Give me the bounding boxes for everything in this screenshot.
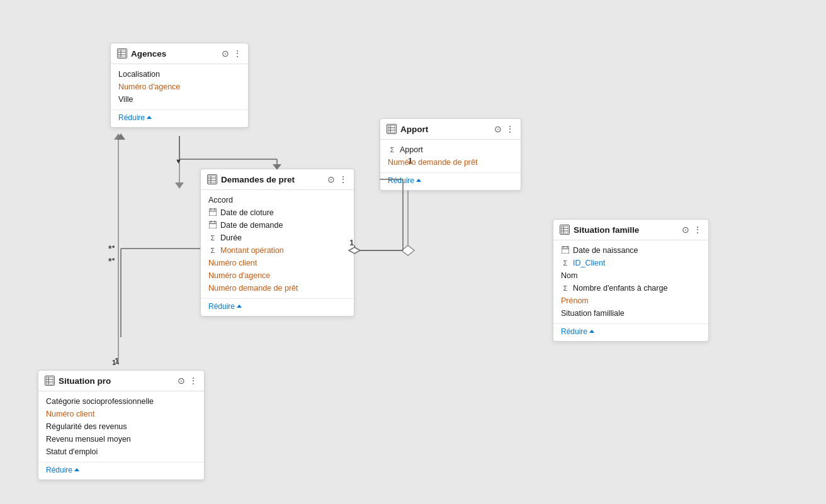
field-situation-familliale: Situation familliale [553, 307, 708, 320]
card-header-agences: Agences ⊙ ⋮ [111, 43, 248, 64]
relation-marker-star2: * [112, 257, 115, 264]
card-footer-demandes: Réduire [201, 298, 354, 316]
field-date-demande: Date de demande [201, 219, 354, 232]
reduce-link-sit-famille[interactable]: Réduire [561, 327, 701, 336]
card-situation-famille: Situation famille ⊙ ⋮ Date de naissance … [553, 219, 709, 342]
svg-rect-13 [208, 176, 216, 183]
relation-marker-one-sitpro: 1 [112, 359, 116, 366]
field-duree: Σ Durée [201, 232, 354, 244]
more-icon-agences[interactable]: ⋮ [233, 49, 242, 58]
chevron-up-sit-famille [589, 330, 594, 333]
svg-marker-8 [402, 245, 414, 255]
card-header-icons-demandes: ⊙ ⋮ [327, 175, 348, 184]
more-icon-sit-famille[interactable]: ⋮ [693, 225, 702, 234]
visibility-icon-apport[interactable]: ⊙ [494, 125, 502, 133]
visibility-icon-sit-pro[interactable]: ⊙ [178, 376, 185, 385]
field-numero-client-sitpro: Numéro client [38, 408, 204, 420]
field-regularite-revenus: Régularité des revenus [38, 420, 204, 433]
visibility-icon-demandes[interactable]: ⊙ [327, 175, 335, 184]
field-ville: Ville [111, 93, 248, 106]
field-numero-demande-pret-demandes: Numéro demande de prêt [201, 282, 354, 294]
svg-rect-9 [118, 50, 126, 57]
card-footer-apport: Réduire [380, 172, 521, 190]
table-icon-demandes [207, 174, 217, 184]
field-revenu-mensuel: Revenu mensuel moyen [38, 433, 204, 445]
field-nom: Nom [553, 269, 708, 282]
svg-marker-4 [114, 133, 123, 140]
relation-marker-star1: * [112, 244, 115, 252]
card-title-apport: Apport [400, 125, 490, 134]
card-agences: Agences ⊙ ⋮ Localisation Numéro d'agence… [110, 43, 249, 128]
card-fields-apport: Σ Apport Numéro demande de prêt [380, 140, 521, 172]
table-icon-sit-famille [560, 225, 570, 235]
sum-icon-duree: Σ [208, 234, 217, 242]
card-title-demandes: Demandes de pret [221, 175, 324, 184]
field-apport-value: Σ Apport [380, 143, 521, 156]
card-header-icons-apport: ⊙ ⋮ [494, 125, 514, 133]
card-footer-sit-pro: Réduire [38, 462, 204, 479]
reduce-link-demandes[interactable]: Réduire [208, 302, 346, 311]
table-icon-apport [387, 124, 397, 134]
chevron-up-agences [147, 116, 152, 119]
card-title-sit-famille: Situation famille [574, 225, 678, 235]
chevron-up-demandes [237, 305, 242, 308]
card-situation-pro: Situation pro ⊙ ⋮ Catégorie socioprofess… [38, 370, 205, 480]
visibility-icon-agences[interactable]: ⊙ [222, 49, 229, 58]
card-header-apport: Apport ⊙ ⋮ [380, 119, 521, 140]
svg-marker-47 [116, 133, 125, 140]
svg-rect-17 [209, 209, 217, 216]
field-numero-agence-agences: Numéro d'agence [111, 81, 248, 93]
field-categorie-sociopro: Catégorie socioprofessionnelle [38, 395, 204, 408]
reduce-link-apport[interactable]: Réduire [388, 176, 513, 185]
card-demandes-de-pret: Demandes de pret ⊙ ⋮ Accord Date de clot… [200, 169, 354, 316]
more-icon-sit-pro[interactable]: ⋮ [189, 376, 198, 385]
more-icon-demandes[interactable]: ⋮ [339, 175, 348, 184]
cal-icon-demande [208, 221, 217, 230]
field-statut-emploi: Statut d'emploi [38, 445, 204, 458]
canvas: ▼ * * 1 1 1 Agences ⊙ ⋮ Localisation Num… [0, 0, 826, 504]
field-accord: Accord [201, 194, 354, 206]
field-localisation: Localisation [111, 68, 248, 81]
field-numero-agence-demandes: Numéro d'agence [201, 269, 354, 282]
svg-rect-25 [388, 125, 395, 133]
svg-rect-33 [562, 247, 569, 254]
field-montant-operation: Σ Montant opération [201, 244, 354, 257]
sum-icon-enfants: Σ [561, 284, 570, 292]
field-id-client: Σ ID_Client [553, 257, 708, 269]
svg-rect-37 [46, 377, 54, 384]
reduce-link-agences[interactable]: Réduire [118, 113, 240, 122]
more-icon-apport[interactable]: ⋮ [506, 125, 514, 133]
card-fields-agences: Localisation Numéro d'agence Ville [111, 64, 248, 109]
card-fields-sit-pro: Catégorie socioprofessionnelle Numéro cl… [38, 391, 204, 462]
svg-marker-1 [175, 182, 184, 189]
table-icon-agences [117, 48, 127, 59]
field-date-naissance: Date de naissance [553, 244, 708, 257]
field-numero-client-demandes: Numéro client [201, 257, 354, 269]
svg-rect-29 [561, 226, 569, 233]
field-prenom: Prénom [553, 294, 708, 307]
sum-icon-id-client: Σ [561, 259, 570, 267]
chevron-up-sit-pro [74, 468, 79, 471]
card-header-icons-sit-pro: ⊙ ⋮ [178, 376, 198, 385]
card-header-sit-pro: Situation pro ⊙ ⋮ [38, 371, 204, 391]
visibility-icon-sit-famille[interactable]: ⊙ [682, 225, 689, 234]
chevron-up-apport [416, 179, 421, 182]
cal-icon-naissance [561, 246, 570, 255]
card-header-icons-sit-famille: ⊙ ⋮ [682, 225, 702, 234]
card-header-demandes: Demandes de pret ⊙ ⋮ [201, 169, 354, 190]
field-nombre-enfants: Σ Nombre d'enfants à charge [553, 282, 708, 294]
card-header-sit-famille: Situation famille ⊙ ⋮ [553, 220, 708, 240]
field-date-cloture: Date de cloture [201, 206, 354, 219]
sum-icon-montant: Σ [208, 247, 217, 254]
card-header-icons-agences: ⊙ ⋮ [222, 49, 242, 58]
card-title-agences: Agences [131, 49, 218, 59]
card-footer-sit-famille: Réduire [553, 323, 708, 341]
card-fields-demandes: Accord Date de cloture Date de demande Σ… [201, 190, 354, 298]
reduce-link-sit-pro[interactable]: Réduire [46, 466, 196, 474]
card-fields-sit-famille: Date de naissance Σ ID_Client Nom Σ Nomb… [553, 240, 708, 323]
card-apport: Apport ⊙ ⋮ Σ Apport Numéro demande de pr… [380, 118, 521, 191]
cal-icon-cloture [208, 208, 217, 217]
field-numero-demande-pret-apport: Numéro demande de prêt [380, 156, 521, 169]
svg-rect-21 [209, 221, 217, 228]
sum-icon-apport: Σ [388, 146, 397, 154]
